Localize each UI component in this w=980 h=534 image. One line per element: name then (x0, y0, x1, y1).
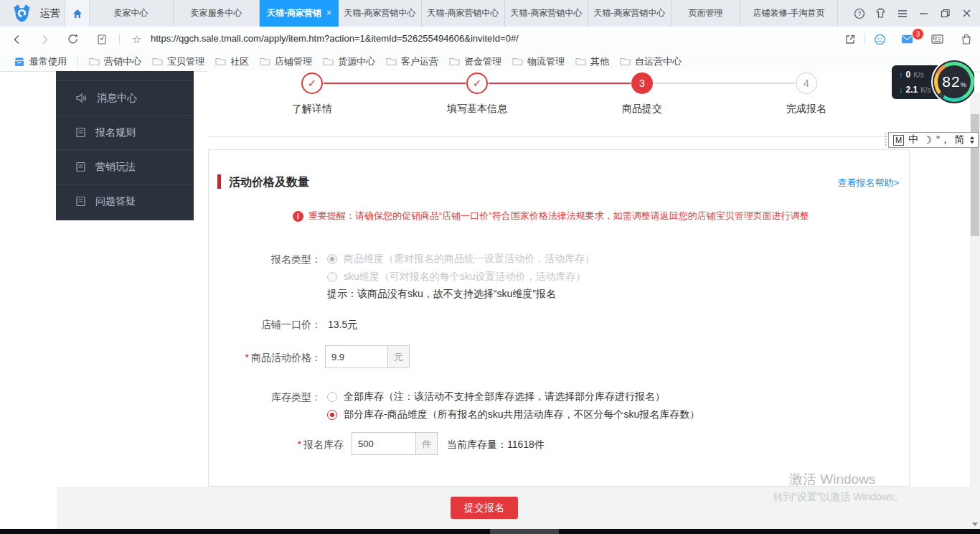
resource-gauge[interactable]: 82 % (931, 59, 977, 105)
radio-all-stock[interactable] (327, 392, 337, 402)
section-title: 活动价格及数量 (229, 175, 309, 190)
account-icon[interactable] (874, 33, 886, 45)
radio-sku-dimension (327, 272, 337, 282)
bookmark-folder-selfrun[interactable]: 自运营中心 (620, 55, 682, 68)
theme-shirt-icon[interactable] (875, 7, 887, 19)
doc-icon (75, 127, 86, 138)
radio-partial-stock[interactable] (327, 410, 337, 420)
download-speed: 2.1 (906, 85, 918, 95)
folder-icon (323, 57, 334, 66)
warning-text: 重要提醒：请确保您的促销商品“店铺一口价”符合国家价格法律法规要求，如需调整请返… (308, 210, 809, 222)
browser-titlebar: 运营 卖家中心 卖家服务中心 天猫-商家营销× 天猫-商家营销中心 天猫-商家营… (0, 0, 980, 27)
stock-option-partial: 部分库存-商品维度（所有报名的sku共用活动库存，不区分每个sku报名库存数） (327, 408, 699, 421)
step-circle-3: 3 (631, 72, 653, 94)
bookmark-folder-items[interactable]: 宝贝管理 (152, 55, 204, 68)
bookmark-folder-customer[interactable]: 客户运营 (386, 55, 438, 68)
help-link[interactable]: 查看报名帮助> (837, 177, 899, 189)
ime-lang-toggle[interactable]: 中 (908, 134, 918, 146)
step-label-2: 填写基本信息 (423, 103, 531, 116)
sidebar-item-apply-rules[interactable]: 报名规则 (56, 115, 194, 149)
sidebar-item-marketing-play[interactable]: 营销玩法 (56, 149, 194, 184)
bag-icon[interactable] (960, 33, 972, 45)
tab-seller-service[interactable]: 卖家服务中心 (174, 0, 260, 27)
sidebar-item-message-center[interactable]: 消息中心 (56, 80, 194, 115)
bookmark-folder-funds[interactable]: 资金管理 (449, 55, 501, 68)
notes-icon[interactable] (931, 33, 943, 45)
tab-tmall-marketing-active[interactable]: 天猫-商家营销× (260, 0, 339, 27)
bookmark-folder-marketing[interactable]: 营销中心 (89, 55, 141, 68)
most-used-button[interactable]: 最常使用 (14, 55, 67, 68)
apply-type-option-sku: sku维度（可对报名的每个sku设置活动价，活动库存） (327, 271, 586, 284)
menu-icon[interactable] (896, 7, 908, 19)
tab-strip: 卖家中心 卖家服务中心 天猫-商家营销× 天猫-商家营销中心 天猫-商家营销中心… (89, 0, 838, 27)
sidebar-item-label: 消息中心 (97, 92, 137, 105)
folder-icon (386, 57, 397, 66)
ime-drag-handle[interactable] (885, 133, 887, 146)
refresh-icon[interactable] (67, 33, 79, 45)
bookmark-folder-shop[interactable]: 店铺管理 (260, 55, 312, 68)
tab-tmall-marketing-center-1[interactable]: 天猫-商家营销中心 (339, 0, 422, 27)
back-icon[interactable] (11, 33, 23, 45)
bookmark-folder-other[interactable]: 其他 (575, 55, 609, 68)
divider (77, 57, 78, 67)
bookmark-label: 自运营中心 (635, 55, 682, 68)
bookmark-folder-logistics[interactable]: 物流管理 (512, 55, 565, 68)
current-stock-text: 当前库存量：11618件 (447, 439, 545, 451)
ime-shape-icon[interactable]: ☽ (923, 134, 932, 146)
divider (119, 34, 120, 44)
external-link-icon[interactable] (844, 33, 856, 45)
list-price-label: 店铺一口价： (209, 319, 321, 332)
step-connector (654, 83, 795, 84)
tab-tmall-marketing-center-4[interactable]: 天猫-商家营销中心 (588, 0, 672, 27)
step-check-icon: ✓ (308, 77, 317, 89)
help-circle-icon[interactable]: ? (853, 7, 865, 19)
tab-seller-center[interactable]: 卖家中心 (89, 0, 174, 27)
option-label: sku维度（可对报名的每个sku设置活动价，活动库存） (344, 271, 586, 284)
bookmark-star-icon[interactable]: ☆ (131, 33, 143, 45)
folder-icon (89, 57, 100, 66)
tab-page-management[interactable]: 页面管理 (672, 0, 740, 27)
watermark-line1: 激活 Windows (789, 470, 875, 489)
ime-bar: M 中 ☽ °， 简 (888, 132, 979, 148)
close-icon[interactable] (961, 7, 973, 19)
sidebar-item-label: 营销玩法 (95, 161, 136, 174)
ime-punct-toggle[interactable]: °， (936, 134, 951, 146)
logo-label: 运营 (40, 0, 60, 27)
step-check-icon: ✓ (473, 77, 482, 89)
folder-icon (449, 57, 460, 66)
list-price-value: 13.5元 (328, 319, 357, 332)
tab-tmall-marketing-center-3[interactable]: 天猫-商家营销中心 (505, 0, 588, 27)
submit-button[interactable]: 提交报名 (451, 497, 518, 519)
apply-type-label: 报名类型： (209, 253, 321, 266)
minimize-icon[interactable] (918, 7, 930, 19)
stock-count-input[interactable] (352, 432, 416, 455)
sidebar-item-faq[interactable]: 问题答疑 (56, 184, 194, 218)
stock-option-all: 全部库存（注：该活动不支持全部库存选择，请选择部分库存进行报名） (327, 390, 665, 403)
upload-unit: K/s (913, 71, 923, 79)
bookmark-folder-supply[interactable]: 货源中心 (323, 55, 375, 68)
download-unit: K/s (920, 86, 930, 94)
activity-price-input[interactable] (325, 345, 388, 368)
ime-expand-icon[interactable] (970, 136, 974, 144)
home-tab[interactable] (65, 0, 90, 27)
taskbar-strip (0, 529, 980, 534)
address-url[interactable]: https://qgch.sale.tmall.com/apply/item.h… (151, 27, 519, 51)
edge-panel-notch[interactable] (974, 72, 980, 93)
restore-icon[interactable] (939, 7, 951, 19)
address-bar: ☆ https://qgch.sale.tmall.com/apply/item… (0, 27, 980, 52)
bookmark-label: 宝贝管理 (167, 55, 204, 68)
mail-icon[interactable] (901, 33, 913, 45)
reader-badge-icon[interactable] (95, 33, 108, 45)
scrollbar-down-arrow[interactable] (972, 523, 978, 526)
ime-charset-toggle[interactable]: 简 (954, 134, 964, 146)
ime-input-mode[interactable]: M (893, 135, 904, 146)
bookmark-label: 物流管理 (527, 55, 565, 68)
step-circle-1: ✓ (301, 72, 323, 94)
tab-close-icon[interactable]: × (326, 8, 331, 18)
most-used-icon (14, 57, 24, 67)
tab-tmall-marketing-center-2[interactable]: 天猫-商家营销中心 (422, 0, 505, 27)
tab-shop-decoration[interactable]: 店铺装修-手淘首页 (740, 0, 838, 27)
forward-icon[interactable] (38, 33, 50, 45)
bookmark-label: 营销中心 (104, 55, 141, 68)
bookmark-folder-community[interactable]: 社区 (215, 55, 249, 68)
